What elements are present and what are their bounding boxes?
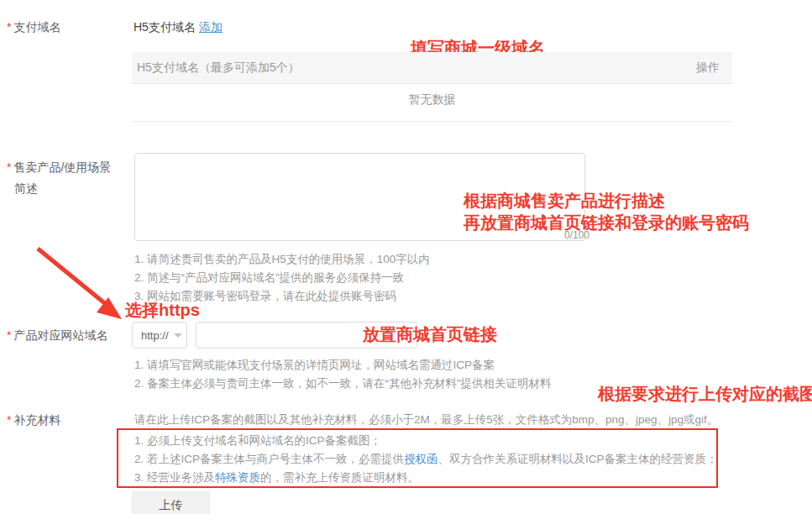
website-domain-hint-2: 2. 备案主体必须与贵司主体一致，如不一致，请在“其他补充材料”提供相关证明材料 <box>134 375 552 393</box>
empty-data-text: 暂无数据 <box>409 92 456 108</box>
annotation-upload-screenshots: 根据要求进行上传对应的截图 <box>598 383 812 406</box>
protocol-select[interactable]: http:// <box>132 322 187 349</box>
special-qualification-link[interactable]: 特殊资质 <box>215 471 260 484</box>
supplement-item-3: 3. 经营业务涉及特殊资质的，需补充上传资质证明材料。 <box>134 469 419 487</box>
supplement-item-1: 1. 必须上传支付域名和网站域名的ICP备案截图； <box>134 432 381 450</box>
add-domain-link[interactable]: 添加 <box>199 20 223 35</box>
domain-table-action-col: 操作 <box>696 60 720 76</box>
website-domain-hint-1: 1. 请填写官网或能体现支付场景的详情页网址，网站域名需通过ICP备案 <box>134 356 495 375</box>
protocol-selected-value: http:// <box>141 329 169 342</box>
required-asterisk: * <box>7 328 11 342</box>
domain-table-header: H5支付域名（最多可添加5个） 操作 <box>132 52 732 84</box>
annotation-choose-https: 选择https <box>125 299 200 322</box>
form-page: *支付域名 H5支付域名 添加 填写商城一级域名 H5支付域名（最多可添加5个）… <box>0 0 812 514</box>
required-asterisk: * <box>7 160 11 174</box>
supplement-intro: 请在此上传ICP备案的截图以及其他补充材料，必须小于2M，最多上传5张，文件格式… <box>134 411 718 429</box>
chevron-down-icon <box>174 333 182 338</box>
required-asterisk: * <box>7 413 11 427</box>
supplement-item-2: 2. 若上述ICP备案主体与商户号主体不一致，必需提供授权函、双方合作关系证明材… <box>134 450 718 469</box>
product-desc-hint-2: 2. 简述与“产品对应网站域名”提供的服务必须保持一致 <box>134 269 404 287</box>
supplement-label: *补充材料 <box>7 413 60 428</box>
payment-domain-label: *支付域名 <box>7 20 60 35</box>
product-desc-label-line1: *售卖产品/使用场景 <box>7 160 111 176</box>
annotation-homepage-credentials: 再放置商城首页链接和登录的账号密码 <box>464 212 749 234</box>
required-asterisk: * <box>7 20 11 34</box>
upload-button[interactable]: 上传 <box>132 491 210 514</box>
annotation-homepage-link: 放置商城首页链接 <box>363 323 497 346</box>
annotation-describe-products: 根据商城售卖产品进行描述 <box>464 190 665 212</box>
product-desc-hint-1: 1. 请简述贵司售卖的产品及H5支付的使用场景，100字以内 <box>134 250 430 269</box>
product-desc-label-line2: 简述 <box>14 181 38 197</box>
h5-domain-type-label: H5支付域名 <box>134 20 196 35</box>
arrow-annotation-icon <box>29 242 130 326</box>
authorization-letter-link[interactable]: 授权函 <box>404 453 438 465</box>
domain-table-empty-row: 暂无数据 <box>132 84 732 122</box>
website-domain-label: *产品对应网站域名 <box>7 328 107 344</box>
domain-table-header-title: H5支付域名（最多可添加5个） <box>137 60 300 76</box>
